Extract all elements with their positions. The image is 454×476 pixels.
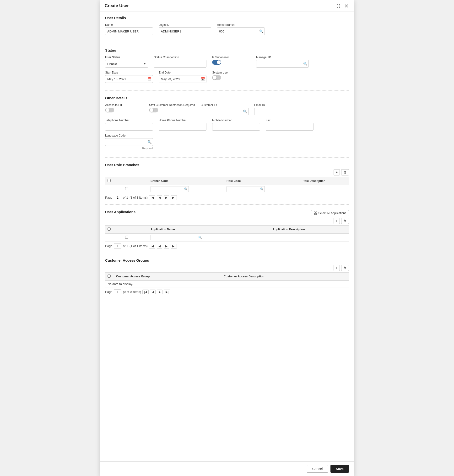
user-apps-row-checkbox[interactable]	[107, 236, 146, 239]
role-branches-page-input[interactable]	[114, 195, 121, 200]
is-supervisor-track	[212, 60, 221, 65]
role-branches-delete-button[interactable]: 🗑	[341, 169, 349, 176]
branch-code-search-icon[interactable]: 🔍	[184, 187, 188, 191]
user-apps-pagination: Page of 1 (1 of 1 items) |◀ ◀ ▶ ▶|	[105, 243, 349, 249]
role-branches-role-code-header: Role Code	[224, 177, 300, 185]
role-branches-add-button[interactable]: +	[333, 169, 340, 176]
name-input[interactable]	[105, 28, 153, 35]
language-code-label: Language Code	[105, 134, 153, 137]
user-apps-toolbar: + 🗑	[105, 218, 349, 224]
role-branches-row-checkbox[interactable]	[107, 187, 146, 190]
start-date-input[interactable]	[105, 75, 153, 83]
mobile-input[interactable]	[212, 123, 260, 131]
language-code-search-icon[interactable]: 🔍	[147, 140, 151, 144]
user-apps-prev-page-button[interactable]: ◀	[157, 244, 162, 249]
cancel-button[interactable]: Cancel	[307, 465, 328, 473]
user-apps-next-page-button[interactable]: ▶	[164, 244, 169, 249]
user-apps-page-input[interactable]	[114, 243, 121, 249]
expand-button[interactable]	[335, 4, 341, 8]
telephone-input[interactable]	[105, 123, 153, 131]
customer-groups-header-checkbox-col	[105, 273, 114, 281]
home-branch-search-icon[interactable]: 🔍	[259, 29, 263, 33]
customer-id-search-icon[interactable]: 🔍	[243, 110, 247, 113]
customer-groups-select-all-checkbox[interactable]	[107, 275, 111, 278]
customer-groups-pagination: Page (0 of 0 items) |◀ ◀ ▶ ▶|	[105, 289, 349, 294]
role-branches-last-page-button[interactable]: ▶|	[171, 195, 177, 200]
save-button[interactable]: Save	[331, 465, 349, 473]
role-branches-prev-page-button[interactable]: ◀	[157, 195, 162, 200]
customer-groups-first-page-button[interactable]: |◀	[142, 290, 149, 294]
user-apps-add-button[interactable]: +	[333, 218, 340, 224]
customer-groups-last-page-button[interactable]: ▶|	[164, 290, 170, 294]
required-text: Required	[105, 147, 153, 150]
system-user-toggle[interactable]	[212, 75, 250, 80]
user-applications-title: User Applications	[105, 210, 136, 214]
customer-groups-desc-header: Customer Access Description	[221, 273, 349, 281]
role-branches-items-label: (1 of 1 items)	[129, 196, 148, 199]
app-name-search-icon[interactable]: 🔍	[198, 236, 202, 239]
staff-restriction-toggle[interactable]	[149, 108, 195, 112]
customer-id-input[interactable]	[201, 108, 249, 115]
role-branches-select-all-checkbox[interactable]	[107, 179, 111, 182]
status-changed-input[interactable]	[154, 60, 206, 67]
end-date-input[interactable]	[159, 75, 206, 83]
fax-group: Fax	[266, 119, 313, 131]
email-id-label: Email ID	[254, 103, 302, 107]
user-apps-delete-button[interactable]: 🗑	[341, 218, 349, 224]
user-apps-select-all-checkbox[interactable]	[107, 227, 111, 231]
access-pii-label: Access to PII	[105, 103, 143, 107]
user-details-row: Name Login ID Home Branch 🔍	[105, 23, 349, 35]
header-icons	[335, 4, 349, 8]
manager-id-group: Manager ID 🔍	[256, 56, 309, 67]
telephone-label: Telephone Number	[105, 119, 153, 122]
customer-groups-of-label: (0 of 0 items)	[123, 290, 141, 294]
user-apps-first-page-button[interactable]: |◀	[149, 244, 155, 249]
email-id-input[interactable]	[254, 108, 302, 115]
svg-rect-4	[314, 213, 315, 215]
role-branches-role-search-col: 🔍	[224, 185, 300, 193]
role-branches-header-checkbox-col	[105, 177, 148, 185]
start-date-calendar-icon[interactable]: 📅	[147, 77, 151, 81]
is-supervisor-toggle[interactable]	[212, 60, 250, 65]
manager-id-search-icon[interactable]: 🔍	[303, 62, 307, 66]
language-code-input[interactable]	[105, 138, 153, 146]
user-apps-page-label: Page	[105, 244, 112, 248]
modal-body: User Details Name Login ID Home Branch 🔍	[100, 11, 354, 461]
user-status-label: User Status	[105, 56, 148, 59]
start-date-input-wrap: 📅	[105, 75, 153, 83]
role-code-search-wrap: 🔍	[227, 186, 265, 192]
user-apps-last-page-button[interactable]: ▶|	[171, 244, 177, 249]
end-date-calendar-icon[interactable]: 📅	[201, 77, 205, 81]
home-phone-input[interactable]	[159, 123, 206, 131]
role-branches-first-page-button[interactable]: |◀	[149, 195, 155, 200]
customer-groups-prev-page-button[interactable]: ◀	[150, 290, 156, 294]
user-apps-name-search-col: 🔍	[148, 234, 270, 242]
end-date-input-wrap: 📅	[159, 75, 206, 83]
customer-groups-delete-button[interactable]: 🗑	[341, 265, 349, 271]
customer-groups-page-input[interactable]	[114, 289, 121, 294]
role-branches-next-page-button[interactable]: ▶	[164, 195, 169, 200]
role-code-search-input[interactable]	[227, 186, 265, 192]
create-user-modal: Create User User Details	[100, 0, 354, 476]
manager-id-input[interactable]	[256, 60, 309, 67]
home-branch-input[interactable]	[217, 28, 265, 35]
app-name-search-input[interactable]	[151, 235, 203, 240]
role-code-search-icon[interactable]: 🔍	[260, 187, 264, 191]
customer-groups-next-page-button[interactable]: ▶	[157, 290, 162, 294]
login-id-input[interactable]	[159, 28, 211, 35]
customer-access-groups-table: Customer Access Group Customer Access De…	[105, 272, 349, 287]
select-all-applications-button[interactable]: Select All Applications	[311, 210, 349, 216]
fax-input[interactable]	[266, 123, 313, 131]
home-phone-label: Home Phone Number	[159, 119, 206, 122]
user-apps-desc-search-col	[270, 234, 349, 242]
user-status-select[interactable]: Enable Disable	[105, 60, 148, 67]
is-supervisor-label: Is Supervisor	[212, 56, 250, 59]
branch-code-search-input[interactable]	[151, 186, 189, 192]
access-pii-toggle[interactable]	[105, 108, 143, 112]
branch-code-search-wrap: 🔍	[151, 186, 189, 192]
customer-groups-add-button[interactable]: +	[333, 265, 340, 271]
status-changed-group: Status Changed On	[154, 56, 206, 67]
login-id-label: Login ID	[159, 23, 211, 27]
close-button[interactable]	[344, 4, 349, 8]
staff-restriction-label: Staff Customer Restriction Required	[149, 103, 195, 107]
